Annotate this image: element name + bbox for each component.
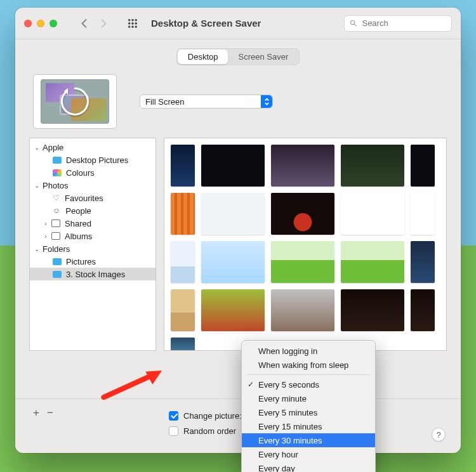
- menu-item[interactable]: When waking from sleep: [242, 358, 375, 372]
- interval-menu[interactable]: When logging in When waking from sleep E…: [241, 340, 376, 472]
- show-all-prefs-button[interactable]: [124, 15, 141, 32]
- menu-item[interactable]: Every 5 minutes: [242, 405, 375, 419]
- source-list[interactable]: ⌄Apple Desktop Pictures Colours ⌄Photos …: [29, 138, 156, 351]
- thumbnail[interactable]: [171, 338, 195, 351]
- cycle-icon: [34, 75, 116, 128]
- thumbnail[interactable]: [411, 241, 435, 283]
- group-apple[interactable]: ⌄Apple: [30, 141, 155, 154]
- annotation-arrow: [99, 367, 169, 404]
- help-button[interactable]: ?: [432, 428, 446, 442]
- menu-separator: [247, 374, 370, 375]
- thumbnail[interactable]: [201, 289, 265, 331]
- sidebar-item-stock-images[interactable]: 3. Stock Images: [30, 268, 155, 280]
- thumbnail[interactable]: [341, 289, 404, 331]
- thumbnail[interactable]: [171, 193, 195, 235]
- tab-screensaver[interactable]: Screen Saver: [228, 49, 298, 64]
- content-split: ⌄Apple Desktop Pictures Colours ⌄Photos …: [15, 138, 461, 351]
- albums-icon: [51, 232, 60, 240]
- svg-line-1: [354, 24, 356, 26]
- thumbnail[interactable]: [171, 145, 195, 187]
- group-photos[interactable]: ⌄Photos: [30, 179, 155, 192]
- tab-bar: Desktop Screen Saver: [15, 48, 461, 65]
- remove-folder-button[interactable]: −: [47, 407, 53, 419]
- heart-icon: ♡: [53, 193, 60, 202]
- sidebar-item-people[interactable]: ☺People: [30, 204, 155, 217]
- thumbnail[interactable]: [171, 289, 195, 331]
- history-nav: [76, 15, 112, 32]
- sidebar-item-albums[interactable]: ›Albums: [30, 230, 155, 242]
- window-controls: [24, 20, 57, 27]
- change-picture-checkbox[interactable]: [169, 411, 178, 421]
- search-icon: [350, 19, 357, 27]
- menu-item[interactable]: When logging in: [242, 344, 375, 358]
- footer: + − Change picture: Random order ?: [15, 398, 461, 453]
- folder-icon: [53, 258, 62, 265]
- thumbnail[interactable]: [411, 289, 435, 331]
- group-folders[interactable]: ⌄Folders: [30, 242, 155, 255]
- thumbnail[interactable]: [271, 193, 334, 235]
- fill-mode-value: Fill Screen: [145, 97, 184, 107]
- menu-item[interactable]: Every hour: [242, 447, 375, 461]
- thumbnail[interactable]: [341, 145, 404, 187]
- thumbnail[interactable]: [201, 241, 265, 283]
- menu-item[interactable]: Every 15 minutes: [242, 419, 375, 433]
- thumbnail[interactable]: [271, 241, 334, 283]
- tab-group: Desktop Screen Saver: [176, 48, 300, 65]
- thumbnail[interactable]: [201, 193, 265, 235]
- menu-item[interactable]: Every minute: [242, 391, 375, 405]
- chevrons-icon: [261, 95, 272, 108]
- minimize-window-button[interactable]: [37, 20, 44, 27]
- thumbnail[interactable]: [341, 241, 404, 283]
- back-button[interactable]: [76, 15, 93, 32]
- window-title: Desktop & Screen Saver: [151, 18, 261, 29]
- shared-icon: [51, 220, 60, 227]
- search-input[interactable]: [360, 18, 446, 29]
- svg-point-0: [350, 20, 354, 24]
- preferences-window: Desktop & Screen Saver Desktop Screen Sa…: [15, 8, 461, 453]
- desktop-preview: [33, 74, 117, 129]
- grid-icon: [128, 18, 138, 29]
- random-order-label: Random order: [183, 426, 236, 436]
- fill-mode-select[interactable]: Fill Screen: [140, 95, 273, 108]
- color-wheel-icon: [53, 169, 62, 176]
- thumbnail[interactable]: [411, 193, 435, 235]
- zoom-window-button[interactable]: [50, 20, 57, 27]
- add-folder-button[interactable]: +: [33, 407, 39, 419]
- thumbnail[interactable]: [171, 241, 195, 283]
- titlebar: Desktop & Screen Saver: [15, 8, 461, 39]
- thumbnail[interactable]: [411, 145, 435, 187]
- close-window-button[interactable]: [24, 20, 32, 27]
- sidebar-item-desktop-pictures[interactable]: Desktop Pictures: [30, 154, 155, 166]
- thumbnail[interactable]: [271, 145, 334, 187]
- thumbnail[interactable]: [271, 289, 334, 331]
- change-picture-label: Change picture:: [183, 411, 242, 421]
- thumbnail[interactable]: [201, 145, 265, 187]
- menu-item-highlighted[interactable]: Every 30 minutes: [242, 433, 375, 447]
- menu-item[interactable]: Every day: [242, 461, 375, 472]
- random-order-checkbox[interactable]: [169, 426, 178, 436]
- sidebar-item-colours[interactable]: Colours: [30, 166, 155, 179]
- folder-icon: [53, 271, 62, 278]
- thumbnail[interactable]: [341, 193, 404, 235]
- tab-desktop[interactable]: Desktop: [178, 49, 228, 64]
- sidebar-item-shared[interactable]: ›Shared: [30, 217, 155, 230]
- thumbnail-grid[interactable]: [164, 138, 447, 351]
- forward-button[interactable]: [95, 15, 112, 32]
- sidebar-item-favourites[interactable]: ♡Favourites: [30, 192, 155, 204]
- person-icon: ☺: [53, 206, 60, 215]
- menu-item[interactable]: Every 5 seconds: [242, 377, 375, 391]
- preview-row: Fill Screen: [15, 70, 461, 138]
- search-field[interactable]: [344, 15, 452, 32]
- sidebar-item-pictures[interactable]: Pictures: [30, 255, 155, 268]
